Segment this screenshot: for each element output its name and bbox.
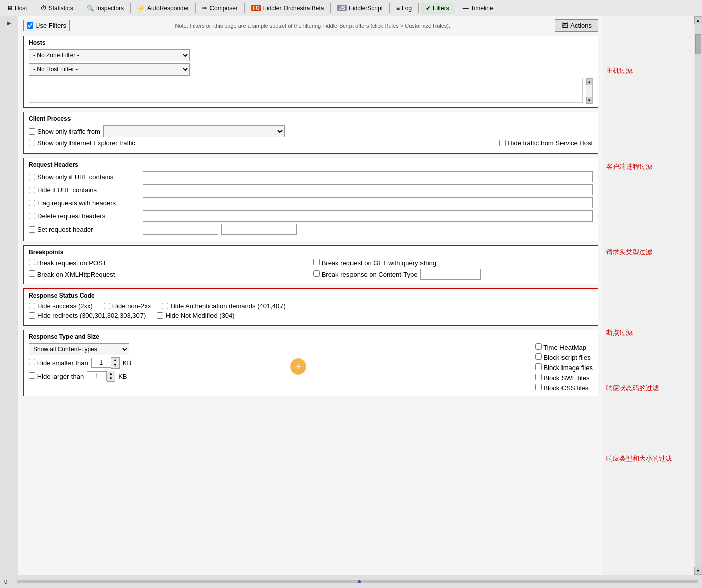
break-content-label[interactable]: Break response on Content-Type — [313, 270, 417, 278]
hide-smaller-label[interactable]: Hide smaller than — [29, 359, 88, 367]
nav-orchestra-label: Fiddler Orchestra Beta — [263, 5, 324, 12]
block-image-checkbox[interactable] — [535, 363, 542, 370]
hide-non2xx-label[interactable]: Hide non-2xx — [104, 302, 151, 310]
break-get-checkbox[interactable] — [313, 259, 320, 265]
content-type-dropdown[interactable]: Show all Content-Types Show only HTML Sh… — [29, 343, 129, 355]
time-heatmap-label[interactable]: Time HeatMap — [535, 343, 593, 351]
host-filter-dropdown[interactable]: - No Host Filter - Show only the followi… — [29, 63, 190, 76]
actions-button[interactable]: 🖼 Actions — [555, 19, 598, 32]
set-header-label[interactable]: Set request header — [29, 226, 139, 233]
nav-item-composer[interactable]: ✏ Composer — [198, 3, 242, 14]
nav-autoresponder-label: AutoResponder — [147, 5, 189, 12]
nav-item-host[interactable]: 🖥 Host — [2, 3, 32, 14]
nav-item-filters[interactable]: ✔ Filters — [421, 3, 454, 14]
show-url-label[interactable]: Show only if URL contains — [29, 173, 139, 181]
set-header-checkbox[interactable] — [29, 226, 35, 233]
show-url-input[interactable] — [143, 171, 593, 182]
delete-headers-checkbox[interactable] — [29, 213, 35, 219]
hosts-textarea[interactable] — [29, 78, 583, 103]
nav-item-inspectors[interactable]: 🔍 Inspectors — [82, 3, 128, 14]
break-xml-row: Break on XMLHttpRequest — [29, 269, 308, 280]
break-content-checkbox[interactable] — [313, 270, 320, 277]
hide-auth-label[interactable]: Hide Authentication demands (401,407) — [162, 302, 285, 310]
nav-item-orchestra[interactable]: FO Fiddler Orchestra Beta — [247, 3, 329, 14]
show-traffic-label[interactable]: Show only traffic from — [29, 128, 100, 135]
hide-url-input[interactable] — [143, 184, 593, 195]
hosts-scrollbar: ▲ ▼ — [586, 78, 593, 104]
break-content-text: Break response on Content-Type — [322, 271, 418, 278]
show-ie-label[interactable]: Show only Internet Explorer traffic — [29, 139, 496, 147]
show-url-checkbox[interactable] — [29, 174, 35, 180]
block-swf-checkbox[interactable] — [535, 374, 542, 380]
break-xml-checkbox[interactable] — [29, 270, 35, 277]
hide-not-modified-checkbox[interactable] — [157, 312, 163, 319]
break-post-label[interactable]: Break request on POST — [29, 259, 107, 267]
scroll-thumb[interactable] — [695, 34, 701, 54]
hide-larger-down-btn[interactable]: ▼ — [107, 376, 115, 381]
hide-larger-input[interactable] — [87, 371, 107, 381]
hide-larger-up-btn[interactable]: ▲ — [107, 371, 115, 376]
use-filters-checkbox[interactable] — [27, 22, 33, 29]
block-image-label[interactable]: Block image files — [535, 363, 593, 372]
hide-not-modified-label[interactable]: Hide Not Modified (304) — [157, 312, 234, 319]
flag-requests-input[interactable] — [143, 197, 593, 208]
hide-non2xx-checkbox[interactable] — [104, 303, 110, 309]
response-type-right: Time HeatMap Block script files Block im… — [535, 343, 593, 392]
hide-not-modified-text: Hide Not Modified (304) — [165, 312, 234, 319]
block-script-checkbox[interactable] — [535, 353, 542, 360]
sidebar-expand-arrow[interactable]: ▶ — [5, 18, 13, 28]
block-script-label[interactable]: Block script files — [535, 353, 593, 361]
hide-larger-checkbox[interactable] — [29, 372, 35, 379]
delete-headers-input[interactable] — [143, 210, 593, 222]
break-post-checkbox[interactable] — [29, 259, 35, 265]
show-ie-checkbox[interactable] — [29, 140, 35, 146]
hide-success-label[interactable]: Hide success (2xx) — [29, 302, 93, 310]
zone-filter-dropdown[interactable]: - No Zone Filter - Local Zone Intranet Z… — [29, 49, 190, 61]
break-get-label[interactable]: Break request on GET with query string — [313, 259, 436, 267]
break-content-input[interactable] — [420, 269, 481, 280]
nav-item-fiddlerscript[interactable]: JS FiddlerScript — [333, 3, 387, 14]
hide-service-host-label[interactable]: Hide traffic from Service Host — [499, 139, 593, 147]
hide-service-host-checkbox[interactable] — [499, 140, 506, 146]
hosts-scroll-down-arrow[interactable]: ▼ — [586, 97, 592, 104]
hide-larger-label[interactable]: Hide larger than — [29, 372, 84, 380]
hide-smaller-input[interactable] — [91, 358, 111, 368]
time-heatmap-checkbox[interactable] — [535, 343, 542, 350]
hide-redirects-label[interactable]: Hide redirects (300,301,302,303,307) — [29, 312, 146, 319]
block-css-label[interactable]: Block CSS files — [535, 384, 593, 392]
hide-smaller-up-btn[interactable]: ▲ — [111, 358, 119, 363]
block-css-text: Block CSS files — [543, 384, 588, 392]
show-traffic-checkbox[interactable] — [29, 128, 35, 135]
break-xml-label[interactable]: Break on XMLHttpRequest — [29, 270, 115, 278]
hide-smaller-checkbox[interactable] — [29, 359, 35, 365]
scroll-up-arrow[interactable]: ▲ — [694, 16, 703, 24]
scroll-down-arrow[interactable]: ▼ — [694, 567, 703, 575]
flag-requests-checkbox[interactable] — [29, 200, 35, 206]
hide-auth-checkbox[interactable] — [162, 303, 168, 309]
traffic-from-dropdown[interactable] — [103, 125, 285, 137]
hosts-title: Hosts — [29, 39, 593, 46]
hide-url-text: Hide if URL contains — [37, 186, 97, 194]
nav-filters-label: Filters — [433, 5, 449, 12]
use-filters-checkbox-wrapper[interactable]: Use Filters — [23, 20, 70, 31]
hide-smaller-spinner-btns: ▲ ▼ — [111, 357, 120, 369]
show-traffic-row: Show only traffic from — [29, 125, 593, 137]
hide-redirects-checkbox[interactable] — [29, 312, 35, 319]
nav-item-timeline[interactable]: — Timeline — [458, 3, 498, 14]
block-css-checkbox[interactable] — [535, 384, 542, 390]
hide-smaller-down-btn[interactable]: ▼ — [111, 363, 119, 368]
zone-filter-row: - No Zone Filter - Local Zone Intranet Z… — [29, 49, 593, 61]
set-header-input1[interactable] — [143, 224, 218, 235]
hosts-scroll-up-arrow[interactable]: ▲ — [586, 78, 592, 85]
hide-url-label[interactable]: Hide if URL contains — [29, 186, 139, 194]
hide-url-checkbox[interactable] — [29, 187, 35, 193]
hide-success-checkbox[interactable] — [29, 303, 35, 309]
nav-item-log[interactable]: ≡ Log — [392, 3, 416, 14]
flag-requests-label[interactable]: Flag requests with headers — [29, 199, 139, 207]
delete-headers-label[interactable]: Delete request headers — [29, 212, 139, 220]
nav-item-autoresponder[interactable]: ⚡ AutoResponder — [133, 3, 193, 14]
top-controls: Use Filters Note: Filters on this page a… — [23, 19, 598, 32]
set-header-input2[interactable] — [221, 224, 297, 235]
nav-item-statistics[interactable]: ⏱ Statistics — [36, 3, 78, 14]
block-swf-label[interactable]: Block SWF files — [535, 374, 593, 382]
